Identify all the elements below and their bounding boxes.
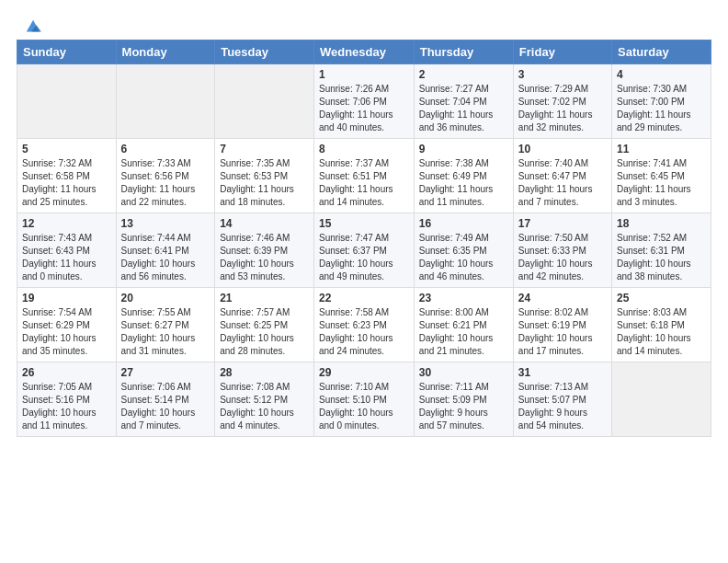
cell-content: Sunrise: 7:06 AM Sunset: 5:14 PM Dayligh… bbox=[121, 381, 210, 432]
cell-content: Sunrise: 7:13 AM Sunset: 5:07 PM Dayligh… bbox=[518, 381, 607, 432]
cell-content: Sunrise: 7:30 AM Sunset: 7:00 PM Dayligh… bbox=[617, 83, 706, 134]
calendar-cell: 2Sunrise: 7:27 AM Sunset: 7:04 PM Daylig… bbox=[414, 64, 513, 139]
cell-content: Sunrise: 7:05 AM Sunset: 5:16 PM Dayligh… bbox=[22, 381, 111, 432]
day-number: 20 bbox=[121, 292, 210, 304]
cell-content: Sunrise: 7:43 AM Sunset: 6:43 PM Dayligh… bbox=[22, 232, 111, 283]
calendar-cell: 24Sunrise: 8:02 AM Sunset: 6:19 PM Dayli… bbox=[513, 288, 611, 362]
day-number: 19 bbox=[22, 292, 111, 304]
cell-content: Sunrise: 7:41 AM Sunset: 6:45 PM Dayligh… bbox=[617, 157, 706, 209]
cell-content: Sunrise: 7:32 AM Sunset: 6:58 PM Dayligh… bbox=[22, 157, 111, 209]
day-number: 28 bbox=[220, 366, 309, 379]
logo bbox=[23, 18, 41, 35]
day-number: 16 bbox=[419, 217, 508, 230]
calendar-cell bbox=[612, 362, 711, 437]
cell-content: Sunrise: 8:00 AM Sunset: 6:21 PM Dayligh… bbox=[419, 306, 508, 358]
day-number: 15 bbox=[319, 217, 409, 230]
calendar-cell: 21Sunrise: 7:57 AM Sunset: 6:25 PM Dayli… bbox=[215, 288, 314, 362]
day-number: 17 bbox=[518, 217, 607, 230]
cell-content: Sunrise: 8:03 AM Sunset: 6:18 PM Dayligh… bbox=[617, 306, 706, 358]
day-header-thursday: Thursday bbox=[414, 40, 513, 64]
week-row-1: 5Sunrise: 7:32 AM Sunset: 6:58 PM Daylig… bbox=[17, 139, 711, 213]
cell-content: Sunrise: 7:52 AM Sunset: 6:31 PM Dayligh… bbox=[617, 232, 706, 283]
day-header-monday: Monday bbox=[116, 40, 215, 64]
cell-content: Sunrise: 7:44 AM Sunset: 6:41 PM Dayligh… bbox=[121, 232, 210, 283]
cell-content: Sunrise: 7:47 AM Sunset: 6:37 PM Dayligh… bbox=[319, 232, 409, 283]
week-row-2: 12Sunrise: 7:43 AM Sunset: 6:43 PM Dayli… bbox=[17, 213, 711, 288]
calendar-cell: 29Sunrise: 7:10 AM Sunset: 5:10 PM Dayli… bbox=[313, 362, 414, 437]
day-number: 30 bbox=[419, 366, 508, 379]
calendar-cell bbox=[116, 64, 215, 139]
calendar-cell: 20Sunrise: 7:55 AM Sunset: 6:27 PM Dayli… bbox=[116, 288, 215, 362]
calendar-cell: 5Sunrise: 7:32 AM Sunset: 6:58 PM Daylig… bbox=[17, 139, 117, 213]
calendar-cell: 27Sunrise: 7:06 AM Sunset: 5:14 PM Dayli… bbox=[116, 362, 215, 437]
day-number: 6 bbox=[121, 143, 210, 155]
cell-content: Sunrise: 7:46 AM Sunset: 6:39 PM Dayligh… bbox=[220, 232, 309, 283]
week-row-3: 19Sunrise: 7:54 AM Sunset: 6:29 PM Dayli… bbox=[17, 288, 711, 362]
calendar-cell: 15Sunrise: 7:47 AM Sunset: 6:37 PM Dayli… bbox=[313, 213, 414, 288]
calendar-cell: 9Sunrise: 7:38 AM Sunset: 6:49 PM Daylig… bbox=[414, 139, 513, 213]
cell-content: Sunrise: 7:57 AM Sunset: 6:25 PM Dayligh… bbox=[220, 306, 309, 358]
day-number: 24 bbox=[518, 292, 607, 304]
cell-content: Sunrise: 7:26 AM Sunset: 7:06 PM Dayligh… bbox=[319, 83, 409, 134]
cell-content: Sunrise: 7:50 AM Sunset: 6:33 PM Dayligh… bbox=[518, 232, 607, 283]
calendar-header-row: SundayMondayTuesdayWednesdayThursdayFrid… bbox=[17, 40, 711, 64]
day-number: 1 bbox=[319, 68, 409, 81]
week-row-0: 1Sunrise: 7:26 AM Sunset: 7:06 PM Daylig… bbox=[17, 64, 711, 139]
day-number: 5 bbox=[22, 143, 111, 155]
cell-content: Sunrise: 7:55 AM Sunset: 6:27 PM Dayligh… bbox=[121, 306, 210, 358]
calendar-cell: 31Sunrise: 7:13 AM Sunset: 5:07 PM Dayli… bbox=[513, 362, 611, 437]
cell-content: Sunrise: 8:02 AM Sunset: 6:19 PM Dayligh… bbox=[518, 306, 607, 358]
day-number: 11 bbox=[617, 143, 706, 155]
calendar-cell: 4Sunrise: 7:30 AM Sunset: 7:00 PM Daylig… bbox=[612, 64, 711, 139]
day-number: 10 bbox=[518, 143, 607, 155]
calendar-cell: 17Sunrise: 7:50 AM Sunset: 6:33 PM Dayli… bbox=[513, 213, 611, 288]
cell-content: Sunrise: 7:38 AM Sunset: 6:49 PM Dayligh… bbox=[419, 157, 508, 209]
cell-content: Sunrise: 7:27 AM Sunset: 7:04 PM Dayligh… bbox=[419, 83, 508, 134]
day-number: 26 bbox=[22, 366, 111, 379]
cell-content: Sunrise: 7:49 AM Sunset: 6:35 PM Dayligh… bbox=[419, 232, 508, 283]
day-number: 9 bbox=[419, 143, 508, 155]
calendar-cell: 30Sunrise: 7:11 AM Sunset: 5:09 PM Dayli… bbox=[414, 362, 513, 437]
calendar-cell: 26Sunrise: 7:05 AM Sunset: 5:16 PM Dayli… bbox=[17, 362, 117, 437]
day-header-saturday: Saturday bbox=[612, 40, 711, 64]
day-header-wednesday: Wednesday bbox=[313, 40, 414, 64]
calendar-cell bbox=[215, 64, 314, 139]
calendar-cell: 11Sunrise: 7:41 AM Sunset: 6:45 PM Dayli… bbox=[612, 139, 711, 213]
calendar-cell: 7Sunrise: 7:35 AM Sunset: 6:53 PM Daylig… bbox=[215, 139, 314, 213]
cell-content: Sunrise: 7:29 AM Sunset: 7:02 PM Dayligh… bbox=[518, 83, 607, 134]
calendar-cell: 22Sunrise: 7:58 AM Sunset: 6:23 PM Dayli… bbox=[313, 288, 414, 362]
day-number: 7 bbox=[220, 143, 309, 155]
day-number: 23 bbox=[419, 292, 508, 304]
cell-content: Sunrise: 7:58 AM Sunset: 6:23 PM Dayligh… bbox=[319, 306, 409, 358]
calendar-cell bbox=[17, 64, 117, 139]
day-number: 27 bbox=[121, 366, 210, 379]
calendar-cell: 6Sunrise: 7:33 AM Sunset: 6:56 PM Daylig… bbox=[116, 139, 215, 213]
cell-content: Sunrise: 7:11 AM Sunset: 5:09 PM Dayligh… bbox=[419, 381, 508, 432]
calendar-cell: 14Sunrise: 7:46 AM Sunset: 6:39 PM Dayli… bbox=[215, 213, 314, 288]
calendar-cell: 23Sunrise: 8:00 AM Sunset: 6:21 PM Dayli… bbox=[414, 288, 513, 362]
week-row-4: 26Sunrise: 7:05 AM Sunset: 5:16 PM Dayli… bbox=[17, 362, 711, 437]
cell-content: Sunrise: 7:33 AM Sunset: 6:56 PM Dayligh… bbox=[121, 157, 210, 209]
day-number: 31 bbox=[518, 366, 607, 379]
day-number: 29 bbox=[319, 366, 409, 379]
day-number: 25 bbox=[617, 292, 706, 304]
day-number: 22 bbox=[319, 292, 409, 304]
day-header-sunday: Sunday bbox=[17, 40, 117, 64]
day-number: 8 bbox=[319, 143, 409, 155]
calendar-cell: 13Sunrise: 7:44 AM Sunset: 6:41 PM Dayli… bbox=[116, 213, 215, 288]
calendar-cell: 25Sunrise: 8:03 AM Sunset: 6:18 PM Dayli… bbox=[612, 288, 711, 362]
day-number: 18 bbox=[617, 217, 706, 230]
cell-content: Sunrise: 7:35 AM Sunset: 6:53 PM Dayligh… bbox=[220, 157, 309, 209]
calendar-cell: 3Sunrise: 7:29 AM Sunset: 7:02 PM Daylig… bbox=[513, 64, 611, 139]
calendar-cell: 8Sunrise: 7:37 AM Sunset: 6:51 PM Daylig… bbox=[313, 139, 414, 213]
day-number: 4 bbox=[617, 68, 706, 81]
day-number: 13 bbox=[121, 217, 210, 230]
logo-icon bbox=[25, 18, 41, 35]
calendar-cell: 16Sunrise: 7:49 AM Sunset: 6:35 PM Dayli… bbox=[414, 213, 513, 288]
day-number: 3 bbox=[518, 68, 607, 81]
cell-content: Sunrise: 7:08 AM Sunset: 5:12 PM Dayligh… bbox=[220, 381, 309, 432]
calendar-cell: 28Sunrise: 7:08 AM Sunset: 5:12 PM Dayli… bbox=[215, 362, 314, 437]
day-header-tuesday: Tuesday bbox=[215, 40, 314, 64]
cell-content: Sunrise: 7:54 AM Sunset: 6:29 PM Dayligh… bbox=[22, 306, 111, 358]
calendar-cell: 19Sunrise: 7:54 AM Sunset: 6:29 PM Dayli… bbox=[17, 288, 117, 362]
